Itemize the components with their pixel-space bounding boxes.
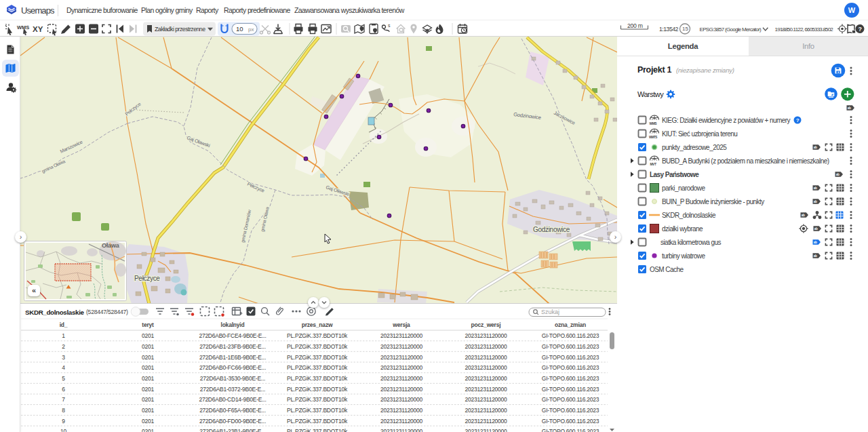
svg-text:20231231120000: 20231231120000 (465, 418, 507, 425)
svg-text:wersja: wersja (392, 321, 410, 328)
svg-text:GI-TOPO.600.116.2023: GI-TOPO.600.116.2023 (542, 428, 599, 432)
svg-text:WMTS: WMTS (649, 136, 657, 139)
svg-text:0201: 0201 (142, 428, 154, 432)
svg-text:20231231120000: 20231231120000 (465, 364, 507, 371)
svg-text:ozna_zmian: ozna_zmian (555, 321, 586, 328)
svg-text:0201: 0201 (142, 343, 154, 350)
svg-text:20231231120000: 20231231120000 (380, 418, 423, 425)
svg-text:Lasy Państwowe: Lasy Państwowe (650, 171, 699, 178)
svg-text:przes_nazw: przes_nazw (302, 321, 333, 328)
svg-text:Pełczyce: Pełczyce (134, 275, 160, 282)
svg-text:20231231120000: 20231231120000 (380, 332, 423, 339)
svg-text:20231231120000: 20231231120000 (380, 375, 423, 382)
svg-text:Zakładki przestrzenne: Zakładki przestrzenne (155, 26, 205, 33)
svg-text:8: 8 (62, 407, 65, 414)
svg-text:0201: 0201 (142, 375, 154, 382)
svg-text:Szukaj: Szukaj (541, 309, 559, 315)
svg-text:parki_narodowe: parki_narodowe (662, 184, 705, 192)
svg-text:PL.PZGiK.337.BDOT10k: PL.PZGiK.337.BDOT10k (287, 354, 348, 361)
svg-text:6: 6 (62, 386, 65, 393)
svg-text:272D6AB1-23B1-9B0E-E...: 272D6AB1-23B1-9B0E-E... (199, 428, 265, 432)
svg-text:PL.PZGiK.337.BDOT10k: PL.PZGiK.337.BDOT10k (287, 428, 348, 432)
svg-text:WMS: WMS (650, 121, 658, 125)
svg-text:GI-TOPO.600.116.2023: GI-TOPO.600.116.2023 (542, 364, 599, 371)
svg-text:0201: 0201 (142, 418, 154, 425)
svg-text:0201: 0201 (142, 332, 154, 339)
svg-text:PL.PZGiK.337.BDOT10k: PL.PZGiK.337.BDOT10k (287, 418, 348, 425)
svg-text:teryt: teryt (142, 321, 154, 328)
svg-text:0201: 0201 (142, 364, 154, 371)
svg-text:20231231120000: 20231231120000 (380, 354, 423, 361)
svg-text:px: px (248, 26, 254, 33)
svg-text:GI-TOPO.600.116.2023: GI-TOPO.600.116.2023 (542, 375, 599, 382)
svg-text:GI-TOPO.600.116.2023: GI-TOPO.600.116.2023 (542, 407, 599, 414)
svg-text:2: 2 (62, 343, 65, 350)
svg-text:SKDR_dolnoslaskie: SKDR_dolnoslaskie (662, 212, 716, 219)
svg-text:lokalnyid: lokalnyid (220, 321, 244, 328)
svg-text:GI-TOPO.600.116.2023: GI-TOPO.600.116.2023 (542, 386, 599, 393)
svg-text:PL.PZGiK.337.BDOT10k: PL.PZGiK.337.BDOT10k (287, 396, 348, 403)
svg-text:20231231120000: 20231231120000 (380, 386, 423, 393)
svg-text:?: ? (858, 26, 862, 33)
svg-text:20231231120000: 20231231120000 (465, 428, 507, 432)
svg-text:272D6AB0-F65A-9B0E-E...: 272D6AB0-F65A-9B0E-E... (199, 407, 266, 414)
svg-text:20231231120000: 20231231120000 (380, 364, 423, 371)
svg-text:PL.PZGiK.337.BDOT10k: PL.PZGiK.337.BDOT10k (287, 375, 348, 382)
svg-text:działki wybrane: działki wybrane (662, 225, 703, 233)
svg-text:KIEG: Działki ewidencyjne z po: KIEG: Działki ewidencyjne z powiatów + n… (662, 117, 791, 124)
svg-text:3: 3 (62, 354, 65, 361)
svg-text:id_: id_ (60, 321, 68, 328)
svg-text:200 m: 200 m (627, 22, 643, 29)
svg-text:7: 7 (62, 396, 65, 403)
svg-text:(528447/528447): (528447/528447) (86, 309, 128, 315)
svg-text:272D6AB1-23FB-9B0E-E...: 272D6AB1-23FB-9B0E-E... (199, 343, 266, 350)
svg-text:pocz_wersj: pocz_wersj (471, 321, 501, 328)
svg-text:9: 9 (62, 418, 65, 425)
svg-text:KIUT: Sieć uzbrojenia terenu: KIUT: Sieć uzbrojenia terenu (662, 130, 737, 138)
svg-text:GI-TOPO.600.116.2023: GI-TOPO.600.116.2023 (542, 396, 599, 403)
svg-text:20231231120000: 20231231120000 (465, 407, 507, 414)
svg-text:5: 5 (62, 375, 65, 382)
svg-text:punkty_adresowe_2025: punkty_adresowe_2025 (662, 144, 727, 151)
svg-text:272D6AB0-FC66-9B0E-E...: 272D6AB0-FC66-9B0E-E... (199, 364, 266, 371)
svg-text:0201: 0201 (142, 396, 154, 403)
svg-text:272D6AB0-CD14-9B0E-E...: 272D6AB0-CD14-9B0E-E... (199, 396, 266, 403)
svg-text:272D6AB1-1E6B-9B0E-E...: 272D6AB1-1E6B-9B0E-E... (199, 354, 266, 361)
svg-text:0201: 0201 (142, 354, 154, 361)
svg-text:20231231120000: 20231231120000 (380, 407, 423, 414)
svg-text:s: s (388, 23, 391, 28)
svg-text:20231231120000: 20231231120000 (380, 428, 423, 432)
svg-text:siatka kilometrowa gus: siatka kilometrowa gus (660, 239, 722, 246)
svg-text:272D6AB0-FCE4-9B0E-E...: 272D6AB0-FCE4-9B0E-E... (199, 332, 266, 339)
svg-text:Warstwy: Warstwy (637, 90, 664, 98)
svg-text:1: 1 (62, 332, 65, 339)
svg-text:20231231120000: 20231231120000 (465, 386, 507, 393)
svg-text:0201: 0201 (142, 386, 154, 393)
svg-text:GI-TOPO.600.116.2023: GI-TOPO.600.116.2023 (542, 354, 599, 361)
svg-text:20231231120000: 20231231120000 (465, 354, 507, 361)
svg-text:GI-TOPO.600.116.2023: GI-TOPO.600.116.2023 (542, 332, 599, 339)
svg-text:10: 10 (60, 428, 66, 432)
svg-text:272D6AB1-3530-9B0E-E...: 272D6AB1-3530-9B0E-E... (200, 375, 265, 382)
svg-text:PL.PZGiK.337.BDOT10k: PL.PZGiK.337.BDOT10k (287, 332, 348, 339)
svg-text:4: 4 (62, 364, 65, 371)
svg-text:PL.PZGiK.337.BDOT10k: PL.PZGiK.337.BDOT10k (287, 364, 348, 371)
svg-text:272D6AB0-FD00-9B0E-E...: 272D6AB0-FD00-9B0E-E... (199, 418, 266, 425)
svg-text:WMS: WMS (17, 24, 29, 31)
svg-text:1918850.1122, 6605333.8502: 1918850.1122, 6605333.8502 (775, 26, 834, 33)
svg-text:GI-TOPO.600.116.2023: GI-TOPO.600.116.2023 (542, 418, 599, 425)
svg-text:20231231120000: 20231231120000 (465, 396, 507, 403)
svg-text:PL.PZGiK.337.BDOT10k: PL.PZGiK.337.BDOT10k (287, 407, 348, 414)
svg-text:PL.PZGiK.337.BDOT10k: PL.PZGiK.337.BDOT10k (287, 343, 348, 350)
svg-text:0201: 0201 (142, 407, 154, 414)
svg-text:20231231120000: 20231231120000 (380, 343, 423, 350)
svg-text:OSM Cache: OSM Cache (650, 266, 684, 273)
svg-text:MVT: MVT (650, 162, 656, 166)
svg-text:PL.PZGiK.337.BDOT10k: PL.PZGiK.337.BDOT10k (287, 386, 348, 393)
svg-text:EPSG:3857 (Google Mercator): EPSG:3857 (Google Mercator) (700, 26, 762, 33)
svg-text:20231231120000: 20231231120000 (380, 396, 423, 403)
svg-text:20231231120000: 20231231120000 (465, 343, 507, 350)
svg-text:?: ? (796, 117, 800, 123)
svg-text:Godzinowice: Godzinowice (533, 226, 570, 233)
svg-text:turbiny wiatrowe: turbiny wiatrowe (662, 252, 705, 260)
